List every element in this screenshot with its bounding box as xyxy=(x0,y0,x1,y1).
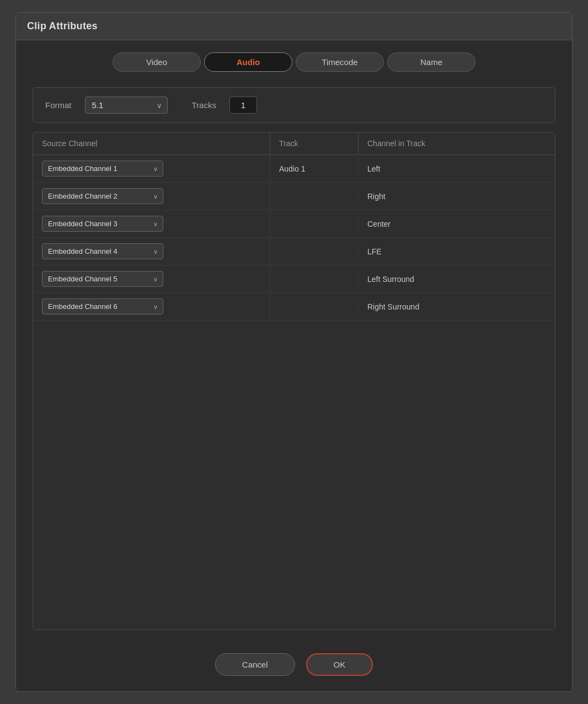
channel-select-3[interactable]: Embedded Channel 1 Embedded Channel 2 Em… xyxy=(42,216,163,232)
channel-in-track-cell-2: Right xyxy=(359,186,555,206)
channel-select-2[interactable]: Embedded Channel 1 Embedded Channel 2 Em… xyxy=(42,188,163,204)
source-channel-cell: Embedded Channel 1 Embedded Channel 2 Em… xyxy=(33,293,270,320)
source-channel-cell: Embedded Channel 1 Embedded Channel 2 Em… xyxy=(33,155,270,182)
tab-name[interactable]: Name xyxy=(387,52,475,72)
table-row: Embedded Channel 1 Embedded Channel 2 Em… xyxy=(33,238,555,265)
table-row: Embedded Channel 1 Embedded Channel 2 Em… xyxy=(33,293,555,321)
table-row: Embedded Channel 1 Embedded Channel 2 Em… xyxy=(33,265,555,293)
format-select-wrapper: Stereo 5.1 7.1 Mono xyxy=(85,97,168,114)
channel-select-6[interactable]: Embedded Channel 1 Embedded Channel 2 Em… xyxy=(42,298,163,314)
tracks-label: Tracks xyxy=(192,100,216,110)
table-body: Embedded Channel 1 Embedded Channel 2 Em… xyxy=(33,155,555,630)
tracks-input[interactable] xyxy=(229,97,257,114)
channel-in-track-cell-5: Left Surround xyxy=(359,269,555,289)
title-bar: Clip Attributes xyxy=(16,13,572,40)
table-row: Embedded Channel 1 Embedded Channel 2 Em… xyxy=(33,183,555,210)
channel-select-wrapper: Embedded Channel 1 Embedded Channel 2 Em… xyxy=(42,298,163,314)
tab-timecode[interactable]: Timecode xyxy=(296,52,384,72)
channel-select-5[interactable]: Embedded Channel 1 Embedded Channel 2 Em… xyxy=(42,271,163,287)
track-cell-6 xyxy=(270,301,359,312)
tab-audio[interactable]: Audio xyxy=(204,52,292,72)
empty-table-area xyxy=(33,321,555,630)
channel-in-track-cell-1: Left xyxy=(359,159,555,179)
source-channel-cell: Embedded Channel 1 Embedded Channel 2 Em… xyxy=(33,183,270,210)
channel-select-4[interactable]: Embedded Channel 1 Embedded Channel 2 Em… xyxy=(42,243,163,259)
source-channel-cell: Embedded Channel 1 Embedded Channel 2 Em… xyxy=(33,210,270,237)
format-label: Format xyxy=(45,100,72,110)
track-cell-3 xyxy=(270,218,359,230)
table-row: Embedded Channel 1 Embedded Channel 2 Em… xyxy=(33,210,555,238)
ok-button[interactable]: OK xyxy=(306,653,373,676)
channel-select-wrapper: Embedded Channel 1 Embedded Channel 2 Em… xyxy=(42,161,163,177)
channel-select-1[interactable]: Embedded Channel 1 Embedded Channel 2 Em… xyxy=(42,161,163,177)
channel-select-wrapper: Embedded Channel 1 Embedded Channel 2 Em… xyxy=(42,243,163,259)
channel-in-track-cell-4: LFE xyxy=(359,242,555,262)
channel-in-track-cell-6: Right Surround xyxy=(359,297,555,317)
col-track: Track xyxy=(270,132,359,154)
tab-video[interactable]: Video xyxy=(113,52,201,72)
tabs-row: Video Audio Timecode Name xyxy=(16,40,572,82)
source-channel-cell: Embedded Channel 1 Embedded Channel 2 Em… xyxy=(33,238,270,265)
format-row: Format Stereo 5.1 7.1 Mono Tracks xyxy=(33,87,555,123)
col-channel-in-track: Channel in Track xyxy=(359,132,555,154)
col-source-channel: Source Channel xyxy=(33,132,270,154)
track-cell-4 xyxy=(270,246,359,257)
track-cell-2 xyxy=(270,191,359,202)
channel-table: Source Channel Track Channel in Track Em… xyxy=(33,132,555,630)
track-cell-1: Audio 1 xyxy=(270,159,359,179)
content-area: Format Stereo 5.1 7.1 Mono Tracks Source… xyxy=(16,82,572,641)
channel-select-wrapper: Embedded Channel 1 Embedded Channel 2 Em… xyxy=(42,271,163,287)
channel-select-wrapper: Embedded Channel 1 Embedded Channel 2 Em… xyxy=(42,216,163,232)
cancel-button[interactable]: Cancel xyxy=(215,653,295,676)
dialog-title: Clip Attributes xyxy=(27,20,561,32)
table-row: Embedded Channel 1 Embedded Channel 2 Em… xyxy=(33,155,555,183)
format-select[interactable]: Stereo 5.1 7.1 Mono xyxy=(85,97,168,114)
clip-attributes-dialog: Clip Attributes Video Audio Timecode Nam… xyxy=(15,12,573,692)
table-header: Source Channel Track Channel in Track xyxy=(33,132,555,155)
source-channel-cell: Embedded Channel 1 Embedded Channel 2 Em… xyxy=(33,265,270,292)
track-cell-5 xyxy=(270,274,359,285)
channel-in-track-cell-3: Center xyxy=(359,214,555,234)
channel-select-wrapper: Embedded Channel 1 Embedded Channel 2 Em… xyxy=(42,188,163,204)
footer-row: Cancel OK xyxy=(16,641,572,691)
